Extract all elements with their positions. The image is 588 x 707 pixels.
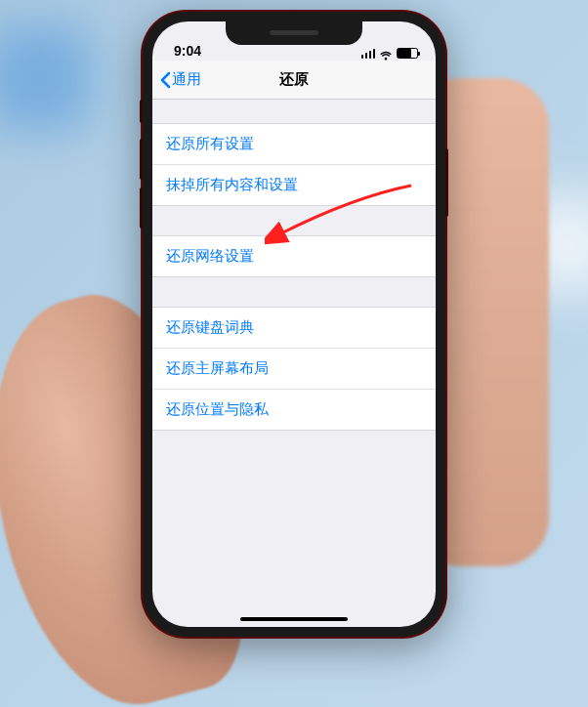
wifi-icon [379,49,393,59]
signal-icon [361,49,376,59]
list-item-label: 还原位置与隐私 [166,400,269,419]
reset-all-settings-item[interactable]: 还原所有设置 [152,124,436,165]
list-item-label: 还原键盘词典 [166,318,254,337]
phone-notch [226,21,362,45]
list-item-label: 还原网络设置 [166,247,254,266]
back-label: 通用 [172,70,201,89]
background-blur [520,195,588,293]
settings-content: 还原所有设置 抹掉所有内容和设置 还原网络设置 还原键盘词典 还原主屏幕布局 [152,100,436,431]
page-title: 还原 [279,70,309,89]
erase-all-content-item[interactable]: 抹掉所有内容和设置 [152,165,436,205]
reset-location-privacy-item[interactable]: 还原位置与隐私 [152,390,436,430]
status-time: 9:04 [174,43,201,59]
reset-home-layout-item[interactable]: 还原主屏幕布局 [152,349,436,390]
settings-group-2: 还原网络设置 [152,235,436,277]
settings-group-1: 还原所有设置 抹掉所有内容和设置 [152,123,436,206]
chevron-left-icon [160,70,172,90]
list-item-label: 还原主屏幕布局 [166,359,269,378]
navigation-bar: 通用 还原 [152,61,436,100]
background-blur [0,20,98,137]
phone-screen: 9:04 通用 还原 还原所有设置 [152,21,436,627]
battery-icon [397,48,418,59]
settings-group-3: 还原键盘词典 还原主屏幕布局 还原位置与隐私 [152,307,436,431]
list-item-label: 还原所有设置 [166,135,254,153]
back-button[interactable]: 通用 [160,70,201,90]
phone-frame: 9:04 通用 还原 还原所有设置 [143,12,445,637]
reset-keyboard-dictionary-item[interactable]: 还原键盘词典 [152,308,436,349]
home-indicator[interactable] [240,617,348,621]
list-item-label: 抹掉所有内容和设置 [166,176,298,194]
reset-network-settings-item[interactable]: 还原网络设置 [152,236,436,276]
